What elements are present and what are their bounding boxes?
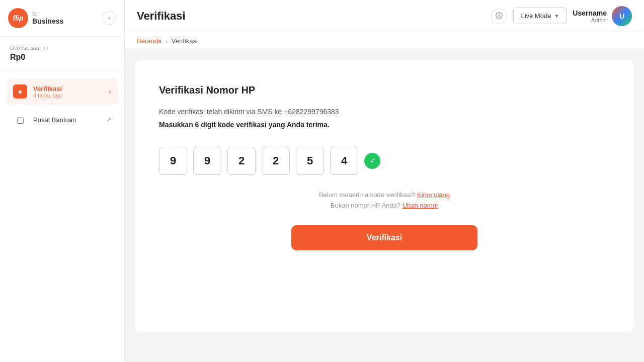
card-title: Verifikasi Nomor HP: [159, 84, 610, 96]
verification-card: Verifikasi Nomor HP Kode verifikasi tela…: [135, 60, 634, 332]
change-number-text: Bukan nomor HP Anda? Ubah nomor: [159, 202, 610, 209]
otp-digit-6[interactable]: 4: [330, 147, 358, 175]
card-desc-line2: Masukkan 6 digit kode verifikasi yang An…: [159, 119, 610, 130]
otp-check-icon: ✓: [364, 153, 380, 169]
avatar[interactable]: U: [612, 6, 632, 26]
card-desc-line1: Kode verifikasi telah dikirim via SMS ke…: [159, 106, 610, 117]
logo-for: for: [32, 11, 63, 17]
sidebar: flip for Business ‹ Deposit saat ini Rp0…: [0, 0, 125, 362]
sidebar-item-verifikasi[interactable]: ● Verifikasi 4 tahap lagi ›: [6, 78, 118, 105]
mode-selector-button[interactable]: Live Mode ▼: [513, 8, 567, 24]
chevron-down-icon: ▼: [554, 13, 559, 19]
logo-business: Business: [32, 17, 63, 26]
resend-section: Belum menerima kode verifikasi? Kirim ul…: [159, 191, 610, 209]
username-label: Username: [573, 9, 607, 17]
user-info: Username Admin: [573, 9, 607, 23]
otp-digit-5[interactable]: 5: [296, 147, 324, 175]
nav-text-verifikasi: Verifikasi 4 tahap lagi: [33, 85, 103, 99]
content-area: Beranda › Verifikasi Verifikasi Nomor HP…: [125, 32, 644, 362]
deposit-label: Deposit saat ini: [10, 45, 114, 51]
otp-digit-3[interactable]: 2: [227, 147, 256, 175]
user-role-label: Admin: [573, 17, 607, 23]
topbar-right: ⓘ Live Mode ▼ Username Admin U: [491, 6, 632, 26]
resend-link[interactable]: Kirim ulang: [417, 191, 450, 199]
shield-icon: ●: [13, 84, 27, 99]
nav-sub-verifikasi: 4 tahap lagi: [33, 93, 103, 99]
resend-question: Belum menerima kode verifikasi? Kirim ul…: [159, 191, 610, 199]
page-title: Verifikasi: [137, 10, 186, 23]
collapse-sidebar-button[interactable]: ‹: [102, 11, 116, 25]
external-link-icon: ↗: [106, 116, 111, 123]
flip-logo-icon: flip: [8, 8, 28, 28]
deposit-section: Deposit saat ini Rp0: [0, 37, 124, 70]
sidebar-item-pusat-bantuan[interactable]: ▢ Pusat Bantuan ↗: [6, 107, 118, 133]
breadcrumb-home-link[interactable]: Beranda: [137, 37, 162, 45]
otp-digit-4[interactable]: 2: [262, 147, 290, 175]
breadcrumb: Beranda › Verifikasi: [125, 32, 644, 50]
nav-title-verifikasi: Verifikasi: [33, 85, 103, 93]
help-icon: ▢: [13, 113, 27, 127]
nav-arrow-icon: ›: [109, 87, 111, 96]
logo-area: flip for Business: [8, 8, 63, 28]
deposit-value: Rp0: [10, 53, 114, 62]
otp-input-row: 9 9 2 2 5 4 ✓: [159, 147, 610, 175]
sidebar-header: flip for Business ‹: [0, 0, 124, 37]
mode-label: Live Mode: [521, 12, 551, 20]
breadcrumb-current: Verifikasi: [172, 37, 198, 45]
logo-text: for Business: [32, 11, 63, 26]
nav-section: ● Verifikasi 4 tahap lagi › ▢ Pusat Bant…: [0, 70, 124, 141]
main-area: Verifikasi ⓘ Live Mode ▼ Username Admin …: [125, 0, 644, 362]
user-area: Username Admin U: [573, 6, 632, 26]
topbar: Verifikasi ⓘ Live Mode ▼ Username Admin …: [125, 0, 644, 32]
otp-digit-2[interactable]: 9: [193, 147, 221, 175]
nav-title-bantuan: Pusat Bantuan: [33, 116, 100, 124]
otp-digit-1[interactable]: 9: [159, 147, 187, 175]
breadcrumb-separator: ›: [166, 38, 168, 44]
verify-button[interactable]: Verifikasi: [291, 225, 477, 250]
info-button[interactable]: ⓘ: [491, 8, 507, 24]
change-number-link[interactable]: Ubah nomor: [403, 202, 439, 209]
